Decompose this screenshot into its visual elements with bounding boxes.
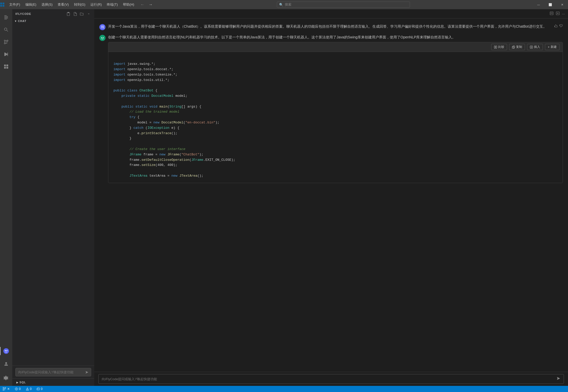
- chat-panel-body: 我 开发一个Java算法，用于创建一个聊天机器人（ChatBot）。该系统需要能…: [94, 18, 568, 372]
- activity-account[interactable]: [0, 358, 12, 370]
- search-icon: 🔍: [279, 3, 283, 7]
- main-layout: IFLYCODE: [0, 9, 568, 386]
- sidebar-new-file-icon[interactable]: [72, 11, 78, 17]
- sidebar-app-title: IFLYCODE: [15, 12, 31, 15]
- svg-rect-18: [6, 65, 8, 66]
- chat-panel-header: ···: [94, 9, 568, 18]
- panel-new-chat-icon[interactable]: [556, 11, 560, 16]
- activity-run-debug[interactable]: [0, 48, 12, 60]
- menu-view[interactable]: 查看(V): [55, 0, 71, 9]
- sidebar-clipboard-icon[interactable]: [66, 11, 71, 17]
- chat-section-header[interactable]: ▼ CHAT: [12, 18, 94, 24]
- error-count: 0: [19, 387, 21, 391]
- svg-rect-16: [7, 52, 8, 56]
- bot-avatar: [99, 35, 106, 41]
- activity-bar: [0, 9, 12, 386]
- svg-point-11: [4, 40, 6, 41]
- insert-label: 插入: [534, 45, 540, 49]
- status-info[interactable]: 0: [34, 386, 45, 392]
- status-x-icon: ✕: [7, 387, 10, 391]
- sql-section-header[interactable]: ▶ SQL: [14, 380, 92, 385]
- nav-arrows: ← →: [139, 1, 154, 8]
- sidebar-chat-input-area: ➤: [12, 366, 94, 378]
- insert-button[interactable]: 插入: [527, 44, 543, 50]
- warning-count: 0: [30, 387, 32, 391]
- menu-file[interactable]: 文件(F): [7, 0, 23, 9]
- chat-chevron-icon: ▼: [14, 20, 17, 23]
- activity-settings[interactable]: [0, 372, 12, 384]
- svg-point-13: [4, 43, 6, 44]
- activity-source-control[interactable]: [0, 36, 12, 48]
- sql-section-label: SQL: [19, 381, 26, 384]
- activity-search[interactable]: [0, 24, 12, 36]
- user-avatar: 我: [99, 24, 106, 30]
- sidebar-chat-input[interactable]: [18, 370, 83, 374]
- svg-point-21: [3, 348, 9, 354]
- status-errors[interactable]: 0: [12, 386, 23, 392]
- svg-rect-15: [4, 52, 5, 56]
- panel-chat-input[interactable]: [102, 377, 554, 381]
- svg-rect-39: [494, 46, 495, 48]
- user-message-content: 开发一个Java算法，用于创建一个聊天机器人（ChatBot）。该系统需要能够理…: [108, 24, 552, 29]
- svg-rect-27: [68, 12, 69, 13]
- back-arrow[interactable]: ←: [139, 1, 146, 8]
- menu-help[interactable]: 帮助(H): [120, 0, 137, 9]
- panel-history-icon[interactable]: [550, 11, 554, 16]
- status-warnings[interactable]: 0: [23, 386, 34, 392]
- menu-bar: 文件(F) 编辑(E) 选择(S) 查看(V) 转到(G) 运行(R) 终端(T…: [7, 0, 137, 9]
- sidebar-new-folder-icon[interactable]: [79, 11, 85, 17]
- panel-send-icon[interactable]: [556, 376, 561, 382]
- editor-area: ··· 我 开发一个Java算法，用于创建一个聊天机器人（ChatBot）。该系…: [94, 9, 568, 386]
- svg-point-37: [101, 37, 102, 38]
- activity-explorer[interactable]: [0, 11, 12, 24]
- app-icon: [0, 2, 5, 7]
- forward-arrow[interactable]: →: [147, 1, 154, 8]
- minimize-button[interactable]: —: [533, 0, 544, 9]
- sidebar-more-icon[interactable]: ···: [86, 11, 91, 17]
- compare-button[interactable]: 比较: [491, 44, 507, 50]
- compare-label: 比较: [498, 45, 504, 49]
- svg-rect-7: [4, 18, 8, 19]
- menu-goto[interactable]: 转到(G): [71, 0, 88, 9]
- code-block-container: 比较 复制: [108, 42, 563, 183]
- svg-point-36: [100, 35, 105, 40]
- sidebar-send-icon[interactable]: ➤: [85, 370, 88, 375]
- svg-point-54: [27, 390, 27, 390]
- svg-rect-4: [4, 15, 7, 16]
- activity-extensions[interactable]: [0, 60, 12, 73]
- svg-rect-8: [4, 19, 7, 19]
- svg-point-47: [5, 387, 6, 388]
- status-left: ✕ 0 0 0: [0, 386, 45, 392]
- new-button[interactable]: + 新建: [545, 44, 560, 50]
- svg-rect-6: [4, 17, 8, 18]
- sidebar-chat-input-box[interactable]: ➤: [15, 368, 91, 376]
- svg-rect-3: [3, 5, 4, 7]
- code-block-toolbar: 比较 复制: [108, 42, 563, 52]
- bot-message-wrapper: 创建一个聊天机器人需要使用到自然语言处理(NLP)和机器学习的技术。以下是一个简…: [108, 34, 563, 185]
- status-branch[interactable]: ✕: [0, 386, 12, 392]
- svg-rect-34: [554, 26, 555, 27]
- search-box[interactable]: 🔍 搜索: [277, 2, 410, 8]
- menu-edit[interactable]: 编辑(E): [23, 0, 39, 9]
- menu-terminal[interactable]: 终端(T): [104, 0, 120, 9]
- panel-input-box[interactable]: [98, 374, 564, 384]
- sql-chevron-icon: ▶: [16, 381, 18, 384]
- panel-settings-icon[interactable]: ···: [562, 12, 565, 16]
- thumbs-down-icon[interactable]: [559, 24, 563, 28]
- activity-iflycode[interactable]: [0, 345, 12, 357]
- code-content: import javax.swing.*; import opennlp.too…: [108, 52, 563, 183]
- user-message-row: 我 开发一个Java算法，用于创建一个聊天机器人（ChatBot）。该系统需要能…: [99, 24, 563, 30]
- info-count: 0: [41, 387, 43, 391]
- thumbs-up-icon[interactable]: [554, 24, 558, 28]
- user-message-actions: [554, 24, 563, 28]
- menu-select[interactable]: 选择(S): [39, 0, 55, 9]
- copy-button[interactable]: 复制: [509, 44, 525, 50]
- chat-section: ▼ CHAT: [12, 18, 94, 366]
- close-button[interactable]: ✕: [556, 0, 568, 9]
- svg-rect-28: [550, 12, 553, 15]
- svg-point-23: [6, 350, 7, 351]
- bot-intro-text: 创建一个聊天机器人需要使用到自然语言处理(NLP)和机器学习的技术。以下是一个简…: [108, 34, 563, 40]
- menu-run[interactable]: 运行(R): [88, 0, 104, 9]
- svg-point-56: [38, 388, 38, 389]
- maximize-button[interactable]: ⬜: [544, 0, 556, 9]
